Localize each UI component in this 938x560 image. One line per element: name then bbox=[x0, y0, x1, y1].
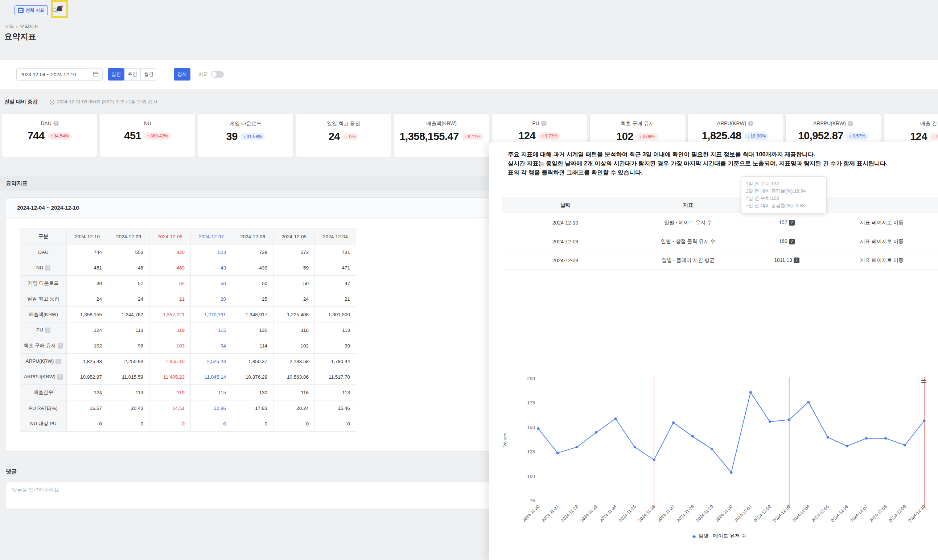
overlay-description: 주요 지표에 대해 과거 시계열 패턴을 분석하여 최근 3일 이내에 확인이 … bbox=[508, 150, 887, 177]
help-icon[interactable]: ? bbox=[58, 343, 63, 349]
summary-value: 24 bbox=[67, 291, 108, 307]
summary-value: 0 bbox=[191, 416, 232, 432]
metric-page-link[interactable]: 지표 페이지로 이동 bbox=[826, 251, 938, 270]
summary-value: 1,301,500 bbox=[315, 307, 356, 322]
row-label-text: PU RATE(%) bbox=[29, 406, 58, 411]
help-icon[interactable]: ? bbox=[57, 374, 63, 380]
summary-table-head-row: 구분2024-12-102024-12-092024-12-082024-12-… bbox=[20, 229, 356, 245]
period-button[interactable]: 일간 bbox=[108, 68, 125, 80]
summary-value: 50 bbox=[191, 275, 232, 291]
summary-value: 451 bbox=[67, 260, 108, 275]
svg-text:2024-11-28: 2024-11-28 bbox=[676, 504, 695, 523]
kpi-value-row: 744↑34.54% bbox=[2, 130, 97, 142]
summary-value: 62 bbox=[149, 275, 191, 291]
filter-band: 2024-12-04 ~ 2024-12-10 일간주간월간 검색 비교 bbox=[0, 60, 938, 89]
delta-badge: ↑9.73% bbox=[538, 132, 560, 140]
summary-value: 116 bbox=[274, 322, 315, 338]
help-icon[interactable]: ? bbox=[45, 265, 51, 271]
svg-text:2024-11-21: 2024-11-21 bbox=[541, 504, 560, 523]
kpi-title-text: ARPPU(KRW) bbox=[813, 120, 846, 126]
all-metrics-chip[interactable]: 전체 지표 bbox=[14, 5, 48, 15]
kpi-card: DAU?744↑34.54% bbox=[2, 114, 98, 157]
period-button[interactable]: 주간 bbox=[124, 68, 141, 80]
compare-toggle[interactable] bbox=[211, 71, 224, 78]
help-icon[interactable]: ? bbox=[541, 121, 547, 126]
alert-value-text: 1811.13 bbox=[774, 257, 792, 263]
summary-value: 102 bbox=[274, 338, 315, 354]
breadcrumb-separator-icon: › bbox=[16, 24, 17, 29]
kpi-title: 매출액(KRW) bbox=[394, 120, 489, 127]
summary-value: 20.24 bbox=[274, 400, 315, 416]
arrow-down-icon: ↓ bbox=[849, 134, 851, 138]
svg-text:2024-12-08: 2024-12-08 bbox=[868, 504, 888, 523]
alert-row[interactable]: 2024-12-09일별 - 상점 클릭 유저 수160?지표 페이지로 이동 bbox=[502, 232, 938, 251]
summary-value: 16.67 bbox=[67, 400, 108, 416]
summary-value: 124 bbox=[67, 322, 108, 338]
row-label: 일일 최고 동접 bbox=[20, 291, 67, 307]
kpi-value: 102 bbox=[616, 131, 633, 143]
comment-input[interactable] bbox=[6, 482, 491, 509]
summary-value: 2,525.23 bbox=[191, 354, 232, 369]
summary-value: 113 bbox=[108, 385, 149, 400]
metric-page-link[interactable]: 지표 페이지로 이동 bbox=[826, 232, 938, 251]
period-button[interactable]: 월간 bbox=[140, 68, 157, 80]
metric-page-link[interactable]: 지표 페이지로 이동 bbox=[826, 213, 938, 232]
row-label-text: 최초 구매 유저 bbox=[23, 343, 56, 348]
row-label-text: 게임 다운로드 bbox=[28, 280, 59, 286]
kpi-value: 10,952.87 bbox=[798, 130, 843, 142]
svg-text:200: 200 bbox=[527, 376, 535, 381]
row-label: NU 대상 PU bbox=[20, 416, 67, 432]
svg-text:2024-11-30: 2024-11-30 bbox=[714, 504, 733, 523]
row-label-text: 매출액(KRW) bbox=[29, 312, 58, 317]
delta-badge: ↑0% bbox=[343, 133, 358, 140]
alert-row[interactable]: 2024-12-10일별 - 메이트 유저 수157?지표 페이지로 이동 bbox=[502, 213, 938, 232]
kpi-title-text: NU bbox=[144, 120, 151, 126]
delta-value: 9.73% bbox=[544, 134, 557, 138]
kpi-title: 매출 건수 bbox=[884, 120, 938, 127]
summary-value: 116 bbox=[274, 385, 315, 400]
grid-icon bbox=[18, 8, 23, 13]
row-label: PU RATE(%) bbox=[20, 400, 67, 416]
summary-row: 일일 최고 동접24242120252421 bbox=[20, 291, 356, 307]
summary-value: 130 bbox=[232, 322, 274, 338]
search-button[interactable]: 검색 bbox=[174, 68, 191, 80]
tooltip-line: 7일 전 수치:158 bbox=[746, 195, 822, 202]
kpi-title: DAU? bbox=[2, 120, 97, 126]
alert-metric: 일별 - 플레이 시간 평균 bbox=[628, 251, 748, 270]
summary-value: 0 bbox=[108, 416, 149, 432]
delta-badge: ↓31.58% bbox=[240, 133, 265, 140]
breadcrumb-item[interactable]: 요약 bbox=[5, 23, 14, 30]
kpi-value-row: 1,825.48↓18.90% bbox=[688, 130, 783, 142]
row-label-text: PU bbox=[36, 327, 43, 332]
alert-row[interactable]: 2024-12-08일별 - 플레이 시간 평균1811.13?지표 페이지로 … bbox=[502, 251, 938, 270]
chart-legend[interactable]: ◆ 일별 - 메이트 유저 수 bbox=[501, 533, 938, 539]
arrow-up-icon: ↑ bbox=[346, 134, 348, 139]
help-icon[interactable]: ? bbox=[53, 121, 59, 126]
date-range-input[interactable]: 2024-12-04 ~ 2024-12-10 bbox=[16, 68, 103, 80]
help-icon[interactable]: ? bbox=[55, 359, 61, 364]
row-label: 매출건수 bbox=[20, 385, 67, 400]
summary-value: 50 bbox=[274, 275, 315, 291]
summary-value: 22.86 bbox=[191, 400, 232, 416]
summary-value: 39 bbox=[67, 275, 108, 291]
summary-value: 11,045.14 bbox=[191, 369, 232, 385]
summary-row: ARPU(KRW)?1,825.482,250.931,655.152,525.… bbox=[20, 354, 356, 369]
summary-value: 113 bbox=[315, 385, 356, 400]
arrow-up-icon: ↑ bbox=[464, 134, 467, 139]
kpi-value-row: 451↑880.43% bbox=[100, 130, 195, 142]
arrow-up-icon: ↑ bbox=[147, 134, 149, 138]
help-icon[interactable]: ? bbox=[45, 328, 51, 333]
delta-value: 18.90% bbox=[750, 134, 766, 138]
kpi-value: 1,358,155.47 bbox=[399, 131, 458, 143]
summary-value: 0 bbox=[149, 416, 191, 432]
help-icon[interactable]: ? bbox=[848, 121, 853, 126]
svg-text:2024-12-06: 2024-12-06 bbox=[830, 504, 849, 523]
summary-value: 115 bbox=[191, 385, 232, 400]
arrow-up-icon: ↑ bbox=[933, 134, 935, 139]
help-icon[interactable]: ? bbox=[748, 121, 753, 126]
summary-value: 98 bbox=[108, 338, 149, 354]
kpi-card: 일일 최고 동접24↑0% bbox=[295, 114, 391, 157]
summary-value: 1,357,221 bbox=[149, 307, 191, 322]
summary-section-header: 요약지표 bbox=[0, 176, 491, 191]
notification-bell-icon[interactable] bbox=[55, 5, 64, 14]
